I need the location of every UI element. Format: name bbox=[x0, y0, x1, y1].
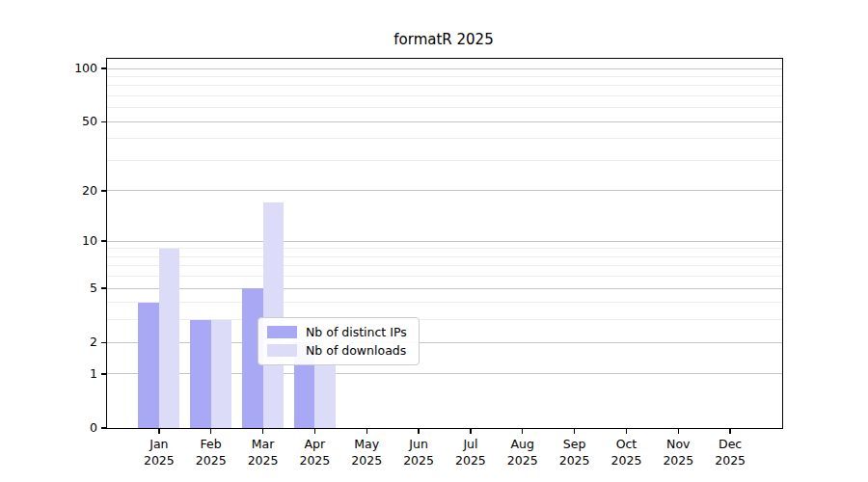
x-tick-mark bbox=[470, 428, 471, 434]
gridline-minor bbox=[107, 95, 782, 96]
y-tick-mark bbox=[101, 190, 107, 191]
chart-title: formatR 2025 bbox=[106, 31, 781, 48]
gridline-minor bbox=[107, 248, 782, 249]
x-tick-mark bbox=[158, 428, 159, 434]
legend-swatch-downloads bbox=[267, 344, 297, 357]
x-tick-label: Dec2025 bbox=[703, 436, 757, 469]
y-tick-mark bbox=[101, 373, 107, 374]
gridline-major bbox=[107, 68, 782, 69]
y-tick-mark bbox=[101, 287, 107, 288]
x-tick-label: Sep2025 bbox=[548, 436, 602, 469]
gridline-minor bbox=[107, 76, 782, 77]
y-tick-mark bbox=[101, 67, 107, 68]
x-tick-mark bbox=[729, 428, 730, 434]
gridline-minor bbox=[107, 302, 782, 303]
legend-label-downloads: Nb of downloads bbox=[306, 343, 406, 358]
y-tick-label: 0 bbox=[51, 420, 97, 436]
legend: Nb of distinct IPs Nb of downloads bbox=[258, 317, 420, 365]
x-tick-mark bbox=[522, 428, 523, 434]
x-tick-label: Aug2025 bbox=[496, 436, 550, 469]
figure: formatR 2025 0125102050100Jan2025Feb2025… bbox=[0, 0, 868, 482]
y-tick-label: 50 bbox=[51, 114, 97, 129]
x-tick-label: Mar2025 bbox=[236, 436, 290, 469]
x-tick-mark bbox=[210, 428, 211, 434]
gridline-minor bbox=[107, 276, 782, 277]
x-tick-label: Oct2025 bbox=[599, 436, 653, 469]
legend-item-downloads: Nb of downloads bbox=[267, 342, 407, 359]
gridline-minor bbox=[107, 160, 782, 161]
gridline-major bbox=[107, 121, 782, 122]
x-tick-mark bbox=[262, 428, 263, 434]
y-tick-mark bbox=[101, 121, 107, 122]
legend-swatch-distinct-ips bbox=[267, 326, 297, 338]
bar-distinct-ips bbox=[190, 320, 211, 428]
legend-label-distinct-ips: Nb of distinct IPs bbox=[306, 325, 407, 339]
x-tick-mark bbox=[574, 428, 575, 434]
gridline-major bbox=[107, 241, 782, 242]
x-tick-mark bbox=[366, 428, 367, 434]
gridline-minor bbox=[107, 138, 782, 139]
gridline-minor bbox=[107, 256, 782, 257]
x-tick-label: Jul2025 bbox=[444, 436, 498, 469]
legend-item-distinct-ips: Nb of distinct IPs bbox=[267, 324, 407, 340]
gridline-major bbox=[107, 190, 782, 191]
x-tick-label: Feb2025 bbox=[184, 436, 238, 469]
y-tick-mark bbox=[101, 427, 107, 428]
y-tick-label: 1 bbox=[51, 366, 97, 382]
y-tick-label: 10 bbox=[51, 233, 97, 249]
y-tick-mark bbox=[101, 342, 107, 343]
x-tick-label: Nov2025 bbox=[651, 436, 705, 469]
bar-downloads bbox=[159, 249, 180, 428]
x-tick-label: May2025 bbox=[339, 436, 393, 469]
bar-downloads bbox=[263, 202, 285, 428]
x-tick-mark bbox=[314, 428, 315, 434]
gridline-minor bbox=[107, 265, 782, 266]
bar-downloads bbox=[211, 320, 232, 428]
plot-area: 0125102050100Jan2025Feb2025Mar2025Apr202… bbox=[106, 58, 783, 429]
x-tick-mark bbox=[678, 428, 679, 434]
bar-distinct-ips bbox=[138, 303, 159, 428]
gridline-minor bbox=[107, 107, 782, 108]
y-tick-label: 100 bbox=[51, 61, 97, 76]
x-tick-label: Apr2025 bbox=[287, 436, 341, 469]
y-tick-label: 20 bbox=[51, 183, 97, 199]
gridline-major bbox=[107, 288, 782, 289]
x-tick-label: Jan2025 bbox=[132, 436, 186, 469]
x-tick-label: Jun2025 bbox=[392, 436, 446, 469]
x-tick-mark bbox=[626, 428, 627, 434]
gridline-minor bbox=[107, 85, 782, 86]
y-tick-label: 2 bbox=[51, 335, 97, 350]
x-tick-mark bbox=[418, 428, 419, 434]
y-tick-mark bbox=[101, 240, 107, 241]
y-tick-label: 5 bbox=[51, 281, 97, 296]
